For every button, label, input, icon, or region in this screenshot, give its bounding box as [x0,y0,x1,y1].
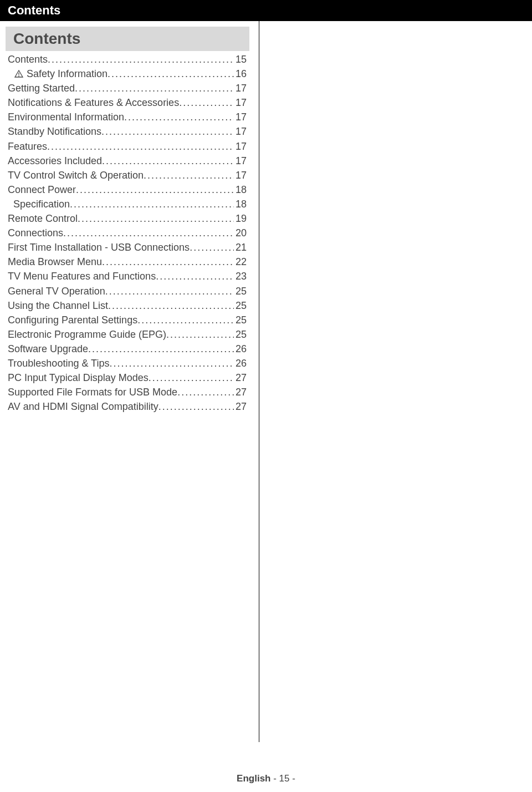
toc-item-page: 18 [234,182,247,197]
toc-leader-dots [101,124,234,139]
toc-leader-dots [78,211,234,226]
toc-item-title: Environmental Information [8,110,124,124]
toc-item-page: 17 [234,95,247,110]
toc-item[interactable]: Safety Information16 [8,67,247,81]
toc-item-page: 17 [234,124,247,139]
toc-leader-dots [156,269,234,283]
toc-leader-dots [76,182,234,197]
toc-leader-dots [105,284,234,298]
toc-item-title: Accessories Included [8,154,102,168]
toc-item-title: Remote Control [8,211,78,226]
toc-item-title: Troubleshooting & Tips [8,356,109,370]
toc-item-title: Electronic Programme Guide (EPG) [8,327,166,342]
toc-item-title: Connect Power [8,182,76,197]
toc-item-page: 25 [234,313,247,327]
toc-item-page: 17 [234,81,247,95]
toc-item[interactable]: General TV Operation25 [8,284,247,298]
toc-item[interactable]: Getting Started17 [8,81,247,95]
toc-leader-dots [102,154,234,168]
toc-leader-dots [124,110,234,124]
toc-leader-dots [70,197,234,211]
toc-item-page: 20 [234,226,247,240]
toc-item-page: 21 [234,240,247,255]
toc-item-page: 25 [234,284,247,298]
toc-item[interactable]: Connections20 [8,226,247,240]
toc-item-page: 16 [234,67,247,81]
toc-item[interactable]: Accessories Included17 [8,154,247,168]
toc-leader-dots [108,67,234,81]
toc-item[interactable]: Media Browser Menu22 [8,255,247,269]
toc-item[interactable]: Supported File Formats for USB Mode27 [8,385,247,399]
toc-item-title: Notifications & Features & Accessories [8,95,179,110]
toc-item-page: 17 [234,154,247,168]
header-title: Contents [8,3,60,17]
toc-leader-dots [137,313,234,327]
page-footer: English - 15 - [0,773,532,784]
toc-leader-dots [109,356,234,370]
toc-item-title: Contents [8,52,48,67]
toc-leader-dots [48,52,234,67]
toc-item-title: Features [8,139,47,154]
toc-item-page: 22 [234,255,247,269]
toc-item-title: Configuring Parental Settings [8,313,137,327]
content-area: Contents Contents15Safety Information16G… [0,21,532,742]
toc-item[interactable]: Using the Channel List25 [8,298,247,313]
toc-leader-dots [88,342,234,356]
toc-leader-dots [63,226,234,240]
toc-item-title: PC Input Typical Display Modes [8,370,149,385]
toc-item-page: 26 [234,342,247,356]
toc-item-title: Using the Channel List [8,298,108,313]
toc-item-title: Specification [13,197,70,211]
toc-item[interactable]: AV and HDMI Signal Compatibility27 [8,399,247,414]
toc-item[interactable]: Specification18 [8,197,247,211]
toc-item[interactable]: Configuring Parental Settings25 [8,313,247,327]
toc-item-page: 17 [234,168,247,182]
toc-item[interactable]: Electronic Programme Guide (EPG)25 [8,327,247,342]
toc-item-page: 25 [234,298,247,313]
toc-item[interactable]: Features17 [8,139,247,154]
toc-item[interactable]: Remote Control19 [8,211,247,226]
toc-item[interactable]: Notifications & Features & Accessories17 [8,95,247,110]
toc-item-page: 15 [234,52,247,67]
toc-item[interactable]: PC Input Typical Display Modes27 [8,370,247,385]
toc-leader-dots [190,240,234,255]
toc-item-title: Supported File Formats for USB Mode [8,385,177,399]
toc-item-page: 27 [234,385,247,399]
toc-item-page: 27 [234,370,247,385]
toc-leader-dots [179,95,234,110]
toc-item-title: Media Browser Menu [8,255,102,269]
toc-item[interactable]: TV Menu Features and Functions23 [8,269,247,283]
toc-item-title: Getting Started [8,81,75,95]
left-column: Contents Contents15Safety Information16G… [0,21,259,742]
table-of-contents: Contents15Safety Information16Getting St… [0,52,252,414]
toc-item[interactable]: Troubleshooting & Tips26 [8,356,247,370]
toc-item-page: 19 [234,211,247,226]
footer-language: English [237,773,270,784]
toc-leader-dots [144,168,234,182]
toc-item[interactable]: Environmental Information17 [8,110,247,124]
toc-item[interactable]: TV Control Switch & Operation17 [8,168,247,182]
toc-item[interactable]: Connect Power18 [8,182,247,197]
toc-leader-dots [158,399,234,414]
toc-item[interactable]: Standby Notifications17 [8,124,247,139]
toc-item-page: 18 [234,197,247,211]
toc-item-title: TV Control Switch & Operation [8,168,144,182]
toc-leader-dots [75,81,234,95]
toc-item-title: AV and HDMI Signal Compatibility [8,399,158,414]
toc-leader-dots [177,385,234,399]
toc-item[interactable]: First Time Installation - USB Connection… [8,240,247,255]
footer-suffix: - [290,773,295,784]
toc-leader-dots [108,298,234,313]
toc-item-title: Safety Information [27,67,108,81]
toc-item[interactable]: Contents15 [8,52,247,67]
toc-leader-dots [166,327,234,342]
toc-leader-dots [149,370,234,385]
toc-item-page: 26 [234,356,247,370]
footer-page-number: 15 [279,773,290,784]
header-bar: Contents [0,0,532,21]
footer-sep: - [270,773,279,784]
toc-item-title: General TV Operation [8,284,105,298]
toc-item-page: 25 [234,327,247,342]
toc-item[interactable]: Software Upgrade26 [8,342,247,356]
right-column [259,21,532,742]
